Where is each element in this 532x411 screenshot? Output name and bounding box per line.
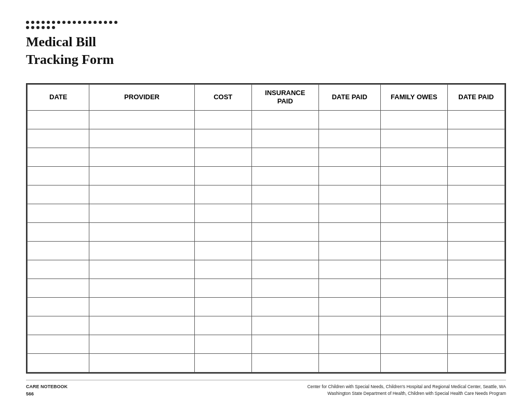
- table-cell[interactable]: [318, 185, 380, 204]
- table-cell[interactable]: [447, 279, 504, 298]
- table-cell[interactable]: [28, 111, 89, 129]
- footer-page-number: 566: [26, 391, 68, 398]
- table-cell[interactable]: [447, 260, 504, 279]
- table-cell[interactable]: [28, 335, 89, 354]
- table-cell[interactable]: [251, 354, 318, 373]
- table-cell[interactable]: [447, 316, 504, 335]
- table-cell[interactable]: [194, 354, 251, 373]
- table-cell[interactable]: [381, 129, 448, 148]
- table-cell[interactable]: [381, 167, 448, 185]
- table-cell[interactable]: [251, 148, 318, 167]
- table-cell[interactable]: [28, 185, 89, 204]
- table-cell[interactable]: [28, 148, 89, 167]
- table-cell[interactable]: [194, 185, 251, 204]
- table-cell[interactable]: [194, 111, 251, 129]
- table-cell[interactable]: [381, 111, 448, 129]
- table-cell[interactable]: [251, 204, 318, 223]
- table-cell[interactable]: [28, 316, 89, 335]
- table-cell[interactable]: [318, 204, 380, 223]
- table-cell[interactable]: [318, 111, 380, 129]
- table-cell[interactable]: [28, 204, 89, 223]
- table-cell[interactable]: [251, 298, 318, 316]
- table-cell[interactable]: [251, 260, 318, 279]
- table-cell[interactable]: [89, 298, 194, 316]
- table-cell[interactable]: [447, 167, 504, 185]
- table-cell[interactable]: [447, 111, 504, 129]
- table-cell[interactable]: [381, 148, 448, 167]
- table-cell[interactable]: [381, 298, 448, 316]
- table-cell[interactable]: [318, 223, 380, 242]
- table-cell[interactable]: [251, 316, 318, 335]
- table-cell[interactable]: [89, 335, 194, 354]
- table-cell[interactable]: [28, 129, 89, 148]
- table-cell[interactable]: [381, 335, 448, 354]
- table-cell[interactable]: [251, 129, 318, 148]
- table-cell[interactable]: [381, 316, 448, 335]
- table-cell[interactable]: [28, 260, 89, 279]
- table-cell[interactable]: [447, 204, 504, 223]
- table-cell[interactable]: [318, 260, 380, 279]
- table-cell[interactable]: [318, 279, 380, 298]
- table-cell[interactable]: [194, 223, 251, 242]
- table-cell[interactable]: [318, 167, 380, 185]
- table-cell[interactable]: [194, 279, 251, 298]
- table-cell[interactable]: [381, 279, 448, 298]
- table-cell[interactable]: [28, 279, 89, 298]
- table-cell[interactable]: [381, 260, 448, 279]
- table-cell[interactable]: [381, 204, 448, 223]
- table-cell[interactable]: [194, 316, 251, 335]
- table-cell[interactable]: [447, 223, 504, 242]
- table-cell[interactable]: [28, 354, 89, 373]
- table-cell[interactable]: [194, 260, 251, 279]
- table-cell[interactable]: [194, 167, 251, 185]
- table-cell[interactable]: [194, 335, 251, 354]
- table-cell[interactable]: [89, 204, 194, 223]
- table-cell[interactable]: [318, 298, 380, 316]
- table-cell[interactable]: [28, 298, 89, 316]
- table-cell[interactable]: [447, 354, 504, 373]
- table-cell[interactable]: [89, 111, 194, 129]
- table-cell[interactable]: [89, 129, 194, 148]
- table-cell[interactable]: [251, 242, 318, 260]
- table-cell[interactable]: [194, 129, 251, 148]
- table-cell[interactable]: [447, 242, 504, 260]
- table-cell[interactable]: [251, 185, 318, 204]
- table-cell[interactable]: [318, 129, 380, 148]
- table-cell[interactable]: [89, 167, 194, 185]
- table-cell[interactable]: [318, 148, 380, 167]
- table-cell[interactable]: [318, 242, 380, 260]
- table-cell[interactable]: [447, 148, 504, 167]
- table-cell[interactable]: [89, 279, 194, 298]
- table-cell[interactable]: [194, 148, 251, 167]
- table-cell[interactable]: [381, 354, 448, 373]
- table-cell[interactable]: [194, 298, 251, 316]
- table-cell[interactable]: [89, 354, 194, 373]
- table-cell[interactable]: [318, 335, 380, 354]
- table-cell[interactable]: [318, 316, 380, 335]
- table-cell[interactable]: [28, 167, 89, 185]
- table-cell[interactable]: [251, 279, 318, 298]
- table-cell[interactable]: [447, 129, 504, 148]
- table-cell[interactable]: [89, 242, 194, 260]
- table-cell[interactable]: [251, 167, 318, 185]
- table-cell[interactable]: [194, 242, 251, 260]
- table-cell[interactable]: [28, 242, 89, 260]
- table-row: [28, 167, 505, 185]
- table-cell[interactable]: [447, 335, 504, 354]
- table-cell[interactable]: [194, 204, 251, 223]
- table-cell[interactable]: [447, 185, 504, 204]
- table-cell[interactable]: [381, 185, 448, 204]
- table-cell[interactable]: [89, 148, 194, 167]
- table-cell[interactable]: [251, 335, 318, 354]
- table-cell[interactable]: [89, 185, 194, 204]
- table-cell[interactable]: [251, 111, 318, 129]
- table-cell[interactable]: [89, 223, 194, 242]
- table-cell[interactable]: [89, 316, 194, 335]
- table-cell[interactable]: [318, 354, 380, 373]
- table-cell[interactable]: [28, 223, 89, 242]
- table-cell[interactable]: [381, 223, 448, 242]
- table-cell[interactable]: [251, 223, 318, 242]
- table-cell[interactable]: [447, 298, 504, 316]
- table-cell[interactable]: [381, 242, 448, 260]
- table-cell[interactable]: [89, 260, 194, 279]
